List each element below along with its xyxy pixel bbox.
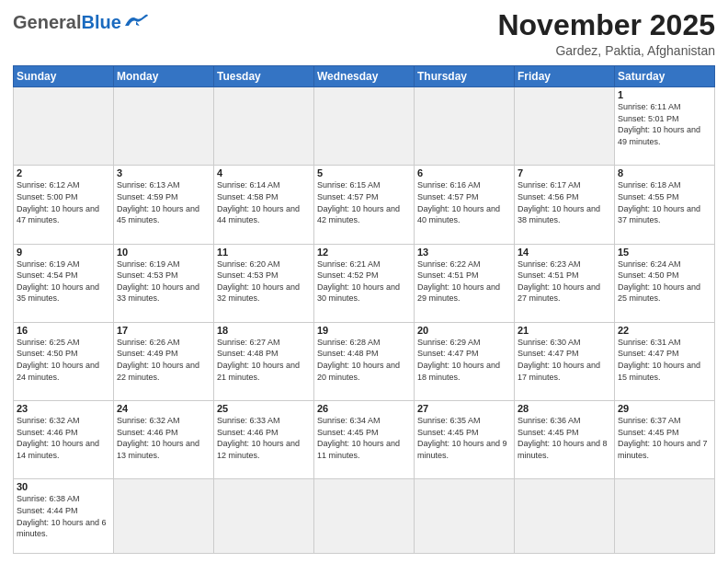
day-info: Sunrise: 6:32 AMSunset: 4:46 PMDaylight:… [117,415,210,461]
calendar-table: Sunday Monday Tuesday Wednesday Thursday… [13,65,715,554]
table-row: 24Sunrise: 6:32 AMSunset: 4:46 PMDayligh… [114,401,214,479]
calendar-week-row: 30Sunrise: 6:38 AMSunset: 4:44 PMDayligh… [14,479,715,554]
logo-bird-icon [123,13,149,29]
table-row [114,479,214,554]
day-number: 6 [417,167,511,178]
day-number: 17 [117,325,210,336]
col-tuesday: Tuesday [214,66,314,87]
day-number: 9 [17,247,110,258]
day-number: 28 [518,403,611,414]
table-row [515,87,615,166]
day-info: Sunrise: 6:24 AMSunset: 4:50 PMDaylight:… [618,259,711,304]
table-row: 26Sunrise: 6:34 AMSunset: 4:45 PMDayligh… [314,401,415,479]
table-row: 20Sunrise: 6:29 AMSunset: 4:47 PMDayligh… [415,322,515,400]
day-number: 5 [317,167,411,178]
table-row: 5Sunrise: 6:15 AMSunset: 4:57 PMDaylight… [314,166,415,244]
table-row [14,87,114,166]
day-info: Sunrise: 6:23 AMSunset: 4:51 PMDaylight:… [518,259,611,304]
day-number: 24 [117,403,210,414]
table-row: 7Sunrise: 6:17 AMSunset: 4:56 PMDaylight… [515,166,615,244]
day-info: Sunrise: 6:30 AMSunset: 4:47 PMDaylight:… [518,337,611,383]
table-row [114,87,214,166]
table-row [515,479,615,554]
table-row [415,479,515,554]
day-info: Sunrise: 6:29 AMSunset: 4:47 PMDaylight:… [417,337,511,383]
table-row [415,87,515,166]
day-number: 21 [518,325,611,336]
table-row: 1Sunrise: 6:11 AMSunset: 5:01 PMDaylight… [615,87,715,166]
day-number: 20 [417,325,511,336]
calendar-week-row: 16Sunrise: 6:25 AMSunset: 4:50 PMDayligh… [14,322,715,400]
day-info: Sunrise: 6:32 AMSunset: 4:46 PMDaylight:… [17,415,110,461]
day-number: 3 [117,167,210,178]
table-row: 28Sunrise: 6:36 AMSunset: 4:45 PMDayligh… [515,401,615,479]
day-number: 22 [618,325,711,336]
day-number: 13 [417,247,511,258]
table-row: 23Sunrise: 6:32 AMSunset: 4:46 PMDayligh… [14,401,114,479]
table-row: 25Sunrise: 6:33 AMSunset: 4:46 PMDayligh… [214,401,314,479]
day-info: Sunrise: 6:34 AMSunset: 4:45 PMDaylight:… [317,415,411,461]
day-info: Sunrise: 6:13 AMSunset: 4:59 PMDaylight:… [117,179,210,225]
table-row [214,87,314,166]
table-row [615,479,715,554]
day-info: Sunrise: 6:22 AMSunset: 4:51 PMDaylight:… [417,259,511,304]
calendar-week-row: 1Sunrise: 6:11 AMSunset: 5:01 PMDaylight… [14,87,715,166]
day-number: 18 [217,325,311,336]
day-number: 27 [417,403,511,414]
table-row: 21Sunrise: 6:30 AMSunset: 4:47 PMDayligh… [515,322,615,400]
col-sunday: Sunday [14,66,114,87]
table-row: 3Sunrise: 6:13 AMSunset: 4:59 PMDaylight… [114,166,214,244]
table-row: 18Sunrise: 6:27 AMSunset: 4:48 PMDayligh… [214,322,314,400]
table-row: 8Sunrise: 6:18 AMSunset: 4:55 PMDaylight… [615,166,715,244]
logo-text: GeneralBlue [13,13,121,31]
day-number: 23 [17,403,110,414]
table-row: 16Sunrise: 6:25 AMSunset: 4:50 PMDayligh… [14,322,114,400]
day-number: 14 [518,247,611,258]
table-row [314,87,415,166]
day-info: Sunrise: 6:14 AMSunset: 4:58 PMDaylight:… [217,179,311,225]
day-number: 25 [217,403,311,414]
logo: GeneralBlue [13,13,149,31]
day-number: 4 [217,167,311,178]
table-row: 6Sunrise: 6:16 AMSunset: 4:57 PMDaylight… [415,166,515,244]
col-saturday: Saturday [615,66,715,87]
table-row: 4Sunrise: 6:14 AMSunset: 4:58 PMDaylight… [214,166,314,244]
table-row: 22Sunrise: 6:31 AMSunset: 4:47 PMDayligh… [615,322,715,400]
title-section: November 2025 Gardez, Paktia, Afghanista… [497,9,715,58]
table-row: 27Sunrise: 6:35 AMSunset: 4:45 PMDayligh… [415,401,515,479]
table-row: 2Sunrise: 6:12 AMSunset: 5:00 PMDaylight… [14,166,114,244]
day-info: Sunrise: 6:33 AMSunset: 4:46 PMDaylight:… [217,415,311,461]
day-info: Sunrise: 6:35 AMSunset: 4:45 PMDaylight:… [417,415,511,461]
table-row [214,479,314,554]
page: GeneralBlue November 2025 Gardez, Paktia… [0,0,728,563]
day-number: 7 [518,167,611,178]
calendar-week-row: 23Sunrise: 6:32 AMSunset: 4:46 PMDayligh… [14,401,715,479]
day-info: Sunrise: 6:26 AMSunset: 4:49 PMDaylight:… [117,337,210,383]
day-info: Sunrise: 6:28 AMSunset: 4:48 PMDaylight:… [317,337,411,383]
day-number: 26 [317,403,411,414]
calendar-header-row: Sunday Monday Tuesday Wednesday Thursday… [14,66,715,87]
table-row: 19Sunrise: 6:28 AMSunset: 4:48 PMDayligh… [314,322,415,400]
day-info: Sunrise: 6:12 AMSunset: 5:00 PMDaylight:… [17,179,110,225]
table-row: 14Sunrise: 6:23 AMSunset: 4:51 PMDayligh… [515,244,615,322]
header: GeneralBlue November 2025 Gardez, Paktia… [13,9,715,58]
day-number: 10 [117,247,210,258]
day-info: Sunrise: 6:21 AMSunset: 4:52 PMDaylight:… [317,259,411,304]
table-row: 9Sunrise: 6:19 AMSunset: 4:54 PMDaylight… [14,244,114,322]
table-row: 15Sunrise: 6:24 AMSunset: 4:50 PMDayligh… [615,244,715,322]
day-number: 1 [618,89,711,100]
table-row: 17Sunrise: 6:26 AMSunset: 4:49 PMDayligh… [114,322,214,400]
month-title: November 2025 [497,9,715,41]
day-number: 8 [618,167,711,178]
day-info: Sunrise: 6:38 AMSunset: 4:44 PMDaylight:… [17,493,110,539]
calendar-week-row: 2Sunrise: 6:12 AMSunset: 5:00 PMDaylight… [14,166,715,244]
day-info: Sunrise: 6:20 AMSunset: 4:53 PMDaylight:… [217,259,311,304]
logo-blue: Blue [81,13,120,31]
logo-general: General [13,13,81,31]
day-number: 29 [618,403,711,414]
col-thursday: Thursday [415,66,515,87]
day-number: 15 [618,247,711,258]
day-info: Sunrise: 6:11 AMSunset: 5:01 PMDaylight:… [618,101,711,147]
day-number: 11 [217,247,311,258]
table-row: 29Sunrise: 6:37 AMSunset: 4:45 PMDayligh… [615,401,715,479]
